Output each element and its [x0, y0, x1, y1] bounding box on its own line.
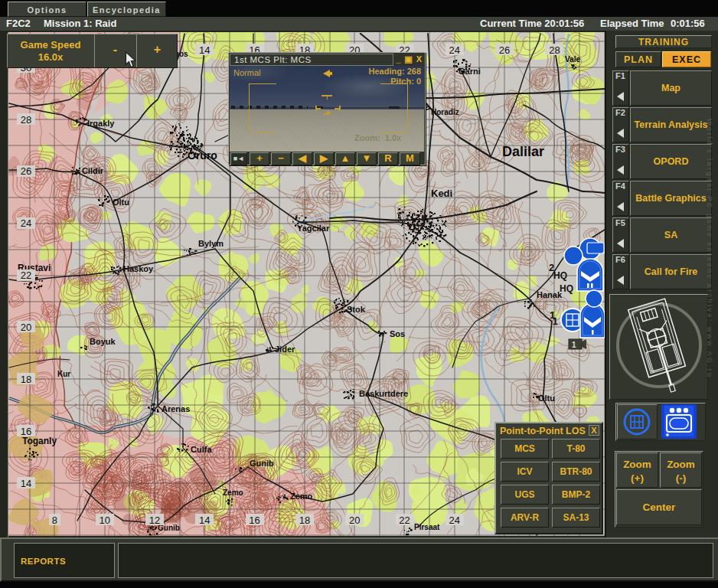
svg-text:26: 26	[21, 165, 31, 177]
svg-text:14: 14	[21, 478, 31, 489]
svg-text:18: 18	[21, 374, 31, 385]
svg-text:8: 8	[52, 514, 57, 526]
svg-text:18: 18	[299, 514, 310, 526]
svg-text:Oltu: Oltu	[113, 198, 129, 207]
svg-text:Arenas: Arenas	[162, 404, 190, 413]
svg-text:Oruro: Oruro	[188, 149, 217, 162]
svg-text:20: 20	[21, 322, 31, 333]
svg-text:26: 26	[499, 44, 510, 56]
svg-text:10: 10	[99, 514, 109, 526]
svg-text:Garni: Garni	[459, 67, 481, 76]
svg-text:16: 16	[249, 514, 259, 526]
svg-text:Oltu: Oltu	[538, 394, 555, 403]
svg-text:Jider: Jider	[275, 345, 295, 354]
svg-text:HQ: HQ	[553, 270, 567, 281]
svg-text:Baskurtdere: Baskurtdere	[359, 389, 408, 398]
svg-text:28: 28	[21, 114, 31, 126]
svg-text:24: 24	[449, 44, 460, 56]
svg-text:Irgakly: Irgakly	[87, 119, 115, 128]
svg-text:HQ: HQ	[560, 283, 573, 294]
svg-text:1: 1	[572, 341, 576, 349]
svg-text:Hanak: Hanak	[537, 290, 563, 299]
svg-text:28: 28	[549, 44, 560, 56]
svg-text:Pirsaat: Pirsaat	[414, 523, 440, 531]
svg-text:20: 20	[349, 514, 360, 526]
svg-text:Toganly: Toganly	[22, 436, 57, 446]
svg-text:14: 14	[199, 44, 210, 56]
svg-text:Kedi: Kedi	[431, 188, 452, 199]
svg-text:Zemo: Zemo	[223, 488, 243, 497]
svg-text:Gunib: Gunib	[250, 459, 274, 468]
svg-text:14: 14	[199, 514, 210, 526]
svg-text:12: 12	[149, 514, 160, 526]
svg-text:24: 24	[449, 514, 460, 526]
svg-text:Sos: Sos	[390, 329, 405, 338]
svg-text:22: 22	[21, 270, 31, 281]
svg-text:Culfa: Culfa	[191, 445, 212, 454]
svg-text:Bylym: Bylym	[198, 239, 224, 248]
svg-text:16: 16	[21, 426, 31, 437]
svg-text:Stok: Stok	[347, 305, 366, 314]
svg-text:Zemo: Zemo	[290, 492, 313, 501]
svg-text:Haskoy: Haskoy	[123, 264, 154, 273]
svg-text:Kur: Kur	[57, 370, 70, 378]
svg-text:Dalilar: Dalilar	[502, 144, 544, 159]
svg-text:Boyuk: Boyuk	[90, 337, 116, 346]
svg-text:22: 22	[399, 514, 410, 526]
svg-text:Vale: Vale	[565, 55, 580, 64]
svg-text:1: 1	[553, 316, 558, 327]
svg-text:Cildir: Cildir	[82, 166, 104, 175]
svg-text:24: 24	[21, 217, 31, 229]
svg-text:Yagcilar: Yagcilar	[297, 224, 330, 233]
svg-text:Horadiz: Horadiz	[431, 108, 459, 116]
